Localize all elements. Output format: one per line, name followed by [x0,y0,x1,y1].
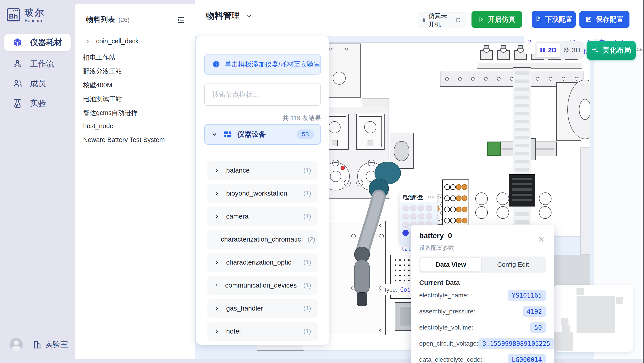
material-item[interactable]: host_node [83,122,113,130]
template-item-characterization-optic[interactable]: characterization_optic (1) [207,253,318,272]
result-count: 共 119 条结果 [282,114,321,122]
save-config-label: 保存配置 [596,15,624,24]
template-item-characterization-chromatic[interactable]: characterization_chromatic (2) [207,230,318,249]
material-item[interactable]: 扣电工作站 [83,53,116,62]
template-item-balance[interactable]: balance (1) [207,161,318,179]
sparkles-icon [591,46,599,54]
start-simulation-button[interactable]: 开启仿真 [472,11,522,28]
field-value: YS101165 [508,290,546,301]
chevron-right-icon [214,329,220,334]
field-assembly-pressure: assembly_pressure: 4192 [419,306,546,317]
window-edge [643,0,644,363]
comment-prefix: 2 [528,39,532,45]
beautify-layout-label: 美化布局 [602,45,631,55]
material-item[interactable]: 电池测试工站 [83,95,122,104]
download-config-label: 下载配置 [545,15,573,24]
field-data-electrolyte-code: data_electrolyte_code: LG000014 [419,354,546,363]
brand-name-zh: 玻尔 [24,8,45,17]
template-item-gas-handler[interactable]: gas_handler (1) [207,299,318,318]
material-item[interactable]: 智达gcms自动进样 [83,108,138,117]
chevron-right-icon [214,260,220,265]
members-icon [12,79,22,88]
sidebar: Bh 107 玻尔 Bohrium 仪器耗材 工作流 成员 实验 [0,0,75,363]
start-simulation-label: 开启仿真 [488,15,516,24]
info-icon [212,60,220,68]
chevron-down-icon [211,131,218,138]
refresh-icon[interactable] [455,17,462,23]
materials-title: 物料列表 [86,15,115,24]
category-count-badge: 53 [296,129,314,139]
sim-status-pill[interactable]: 仿真未开机 [418,12,466,27]
field-open-circuit-voltage: open_circuit_voltage: 3.1559998989105225 [419,338,546,349]
logo-sup: 107 [13,10,18,13]
popup-subtitle: 设备配置参数 [419,244,454,252]
material-item[interactable]: 核磁400M [83,81,112,90]
logo-text: Bh [9,12,18,20]
view-2d-button[interactable]: 2D [536,43,560,57]
selected-battery-dot[interactable] [402,230,409,236]
lab-link-label: 实验室 [45,339,68,350]
sidebar-footer: 实验室 [0,335,75,354]
brand-name-en: Bohrium [24,18,45,23]
sidebar-item-label: 仪器耗材 [30,37,62,48]
materials-panel: 物料列表 (26) coin_cell_deck 扣电工作站 配液分液工站 核磁… [75,3,195,359]
view-3d-label: 3D [572,46,580,54]
field-electrolyte-volume: electrolyte_volume: 50 [419,322,546,333]
chevron-right-icon[interactable] [84,38,90,44]
avatar[interactable] [10,338,23,351]
field-electrolyte-name: electrolyte_name: YS101165 [419,290,546,301]
collapse-panel-icon[interactable] [176,16,186,24]
field-value: LG000014 [508,354,546,363]
tab-data-view[interactable]: Data View [420,258,481,272]
sim-status-label: 仿真未开机 [428,11,452,28]
more-options-icon[interactable]: ••• [428,194,434,200]
close-icon[interactable] [538,236,545,243]
sidebar-item-workflow[interactable]: 工作流 [4,55,70,72]
template-item-camera[interactable]: camera (1) [207,207,318,226]
chevron-right-icon [214,168,220,173]
top-header: 物料管理 仿真未开机 开启仿真 下载配置 保存配置 [195,0,644,36]
status-dot-icon [422,18,425,22]
field-value: 4192 [523,306,546,317]
template-item-bioyond-workstation[interactable]: bioyond_workstation (1) [207,184,318,202]
battery-config-popup: battery_0 设备配置参数 Data View Config Edit C… [411,225,554,363]
brand-logo: Bh 107 玻尔 Bohrium [7,8,45,23]
material-item-label: coin_cell_deck [96,37,138,45]
category-instruments[interactable]: 仪器设备 53 [204,124,321,145]
popup-tabs: Data View Config Edit [419,257,546,273]
grid-2d-icon [540,47,546,53]
cube-3d-icon [563,47,569,53]
sidebar-item-label: 实验 [30,98,46,109]
play-icon [478,16,484,22]
field-value: 50 [530,322,546,333]
building-icon [32,340,42,349]
materials-count: (26) [118,16,130,23]
chevron-right-icon [214,214,220,219]
save-icon [586,16,592,23]
sidebar-item-instruments[interactable]: 仪器耗材 [4,34,70,51]
minimap[interactable] [554,285,633,352]
template-item-communication-devices[interactable]: communication_devices (1) [207,276,318,295]
type-value: Coi [400,286,410,293]
download-config-button[interactable]: 下载配置 [532,11,576,28]
view-3d-button[interactable]: 3D [561,43,583,57]
material-item[interactable]: Neware Battery Test System [83,136,165,144]
sidebar-item-experiments[interactable]: 实验 [4,95,70,112]
sidebar-item-label: 工作流 [30,58,54,69]
popup-title: battery_0 [419,232,452,240]
save-config-button[interactable]: 保存配置 [580,11,630,28]
lab-link[interactable]: 实验室 [32,339,68,350]
sidebar-item-members[interactable]: 成员 [4,75,70,92]
page-title: 物料管理 [206,10,240,21]
view-2d-label: 2D [548,46,557,54]
template-item-hotel[interactable]: hotel (1) [207,322,318,341]
workflow-icon [12,59,22,69]
hint-banner-text: 单击模板添加仪器/耗材至实验室 [225,60,320,69]
tab-config-edit[interactable]: Config Edit [481,258,545,272]
beautify-layout-button[interactable]: 美化布局 [586,41,636,60]
search-template-input[interactable] [204,83,321,106]
material-item[interactable]: coin_cell_deck [84,37,138,45]
material-item[interactable]: 配液分液工站 [83,67,122,76]
type-label: type: [385,286,397,293]
page-title-dropdown[interactable]: 物料管理 [206,10,252,21]
